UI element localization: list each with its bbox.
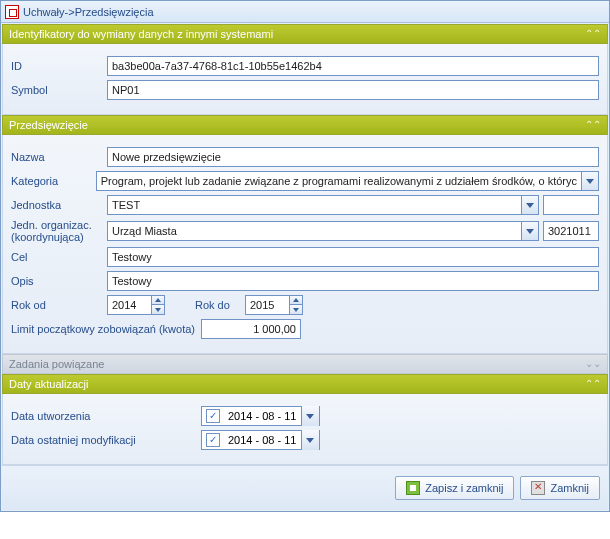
- label-kategoria: Kategoria: [11, 175, 96, 187]
- label-jedn-org: Jedn. organizac. (koordynująca): [11, 219, 107, 243]
- combo-jednostka[interactable]: TEST: [107, 195, 539, 215]
- section-body-przedsiewziecie: Nazwa Nowe przedsięwzięcie Kategoria Pro…: [2, 135, 608, 354]
- chevron-down-icon: [306, 438, 314, 443]
- date-utworzenia[interactable]: 2014 - 08 - 11: [201, 406, 320, 426]
- checkbox-date-modyfikacji[interactable]: [206, 433, 220, 447]
- input-symbol[interactable]: NP01: [107, 80, 599, 100]
- chevron-down-icon: [155, 308, 161, 312]
- checkbox-date-utworzenia[interactable]: [206, 409, 220, 423]
- collapse-icon: ⌃⌃: [585, 115, 601, 135]
- label-jednostka: Jednostka: [11, 199, 107, 211]
- spinner-rok-do[interactable]: 2015: [245, 295, 303, 315]
- app-icon: [5, 5, 19, 19]
- rok-od-down-button[interactable]: [151, 305, 165, 315]
- section-title-zadania: Zadania powiązane: [9, 354, 104, 374]
- section-title-daty: Daty aktualizacji: [9, 374, 88, 394]
- input-jedn-org-code[interactable]: 3021011: [543, 221, 599, 241]
- date-utworzenia-button[interactable]: [301, 406, 319, 426]
- input-rok-do[interactable]: 2015: [245, 295, 289, 315]
- chevron-down-icon: [306, 414, 314, 419]
- save-icon: [406, 481, 420, 495]
- input-opis[interactable]: Testowy: [107, 271, 599, 291]
- save-and-close-button[interactable]: Zapisz i zamknij: [395, 476, 514, 500]
- save-and-close-label: Zapisz i zamknij: [425, 482, 503, 494]
- combo-jedn-org-button[interactable]: [521, 221, 539, 241]
- combo-jednostka-button[interactable]: [521, 195, 539, 215]
- combo-kategoria[interactable]: Program, projekt lub zadanie związane z …: [96, 171, 599, 191]
- input-cel[interactable]: Testowy: [107, 247, 599, 267]
- date-utworzenia-value[interactable]: 2014 - 08 - 11: [224, 410, 301, 422]
- footer: Zapisz i zamknij Zamknij: [2, 465, 608, 510]
- date-modyfikacji-button[interactable]: [301, 430, 319, 450]
- chevron-up-icon: [155, 298, 161, 302]
- titlebar[interactable]: Uchwały->Przedsięwzięcia: [1, 1, 609, 23]
- rok-od-up-button[interactable]: [151, 295, 165, 305]
- chevron-down-icon: [526, 229, 534, 234]
- input-nazwa[interactable]: Nowe przedsięwzięcie: [107, 147, 599, 167]
- rok-do-up-button[interactable]: [289, 295, 303, 305]
- label-cel: Cel: [11, 251, 107, 263]
- section-header-identifiers[interactable]: Identyfikatory do wymiany danych z innym…: [2, 24, 608, 44]
- label-data-modyfikacji: Data ostatniej modyfikacji: [11, 434, 201, 446]
- section-body-identifiers: ID ba3be00a-7a37-4768-81c1-10b55e1462b4 …: [2, 44, 608, 115]
- close-button[interactable]: Zamknij: [520, 476, 600, 500]
- date-modyfikacji-value[interactable]: 2014 - 08 - 11: [224, 434, 301, 446]
- label-jedn-org-l2: (koordynująca): [11, 231, 107, 243]
- date-modyfikacji[interactable]: 2014 - 08 - 11: [201, 430, 320, 450]
- combo-jednostka-value[interactable]: TEST: [107, 195, 521, 215]
- label-rok-od: Rok od: [11, 299, 107, 311]
- section-title-identifiers: Identyfikatory do wymiany danych z innym…: [9, 24, 273, 44]
- section-header-daty[interactable]: Daty aktualizacji ⌃⌃: [2, 374, 608, 394]
- input-limit[interactable]: 1 000,00: [201, 319, 301, 339]
- label-id: ID: [11, 60, 107, 72]
- content: Identyfikatory do wymiany danych z innym…: [1, 23, 609, 511]
- close-icon: [531, 481, 545, 495]
- label-opis: Opis: [11, 275, 107, 287]
- spinner-rok-od[interactable]: 2014: [107, 295, 165, 315]
- label-jedn-org-l1: Jedn. organizac.: [11, 219, 107, 231]
- label-data-utworzenia: Data utworzenia: [11, 410, 201, 422]
- combo-kategoria-button[interactable]: [581, 171, 599, 191]
- combo-jedn-org[interactable]: Urząd Miasta: [107, 221, 539, 241]
- collapse-icon: ⌃⌃: [585, 374, 601, 394]
- input-id[interactable]: ba3be00a-7a37-4768-81c1-10b55e1462b4: [107, 56, 599, 76]
- window: Uchwały->Przedsięwzięcia Identyfikatory …: [0, 0, 610, 512]
- close-label: Zamknij: [550, 482, 589, 494]
- label-rok-do: Rok do: [195, 299, 245, 311]
- chevron-down-icon: [526, 203, 534, 208]
- label-nazwa: Nazwa: [11, 151, 107, 163]
- rok-do-down-button[interactable]: [289, 305, 303, 315]
- combo-kategoria-value[interactable]: Program, projekt lub zadanie związane z …: [96, 171, 581, 191]
- label-symbol: Symbol: [11, 84, 107, 96]
- section-body-daty: Data utworzenia 2014 - 08 - 11 Data osta…: [2, 394, 608, 465]
- chevron-up-icon: [293, 298, 299, 302]
- section-title-przedsiewziecie: Przedsięwzięcie: [9, 115, 88, 135]
- collapse-icon: ⌃⌃: [585, 24, 601, 44]
- combo-jedn-org-value[interactable]: Urząd Miasta: [107, 221, 521, 241]
- window-title: Uchwały->Przedsięwzięcia: [23, 1, 154, 23]
- input-jednostka-extra[interactable]: [543, 195, 599, 215]
- input-rok-od[interactable]: 2014: [107, 295, 151, 315]
- label-limit: Limit początkowy zobowiązań (kwota): [11, 323, 201, 335]
- section-header-przedsiewziecie[interactable]: Przedsięwzięcie ⌃⌃: [2, 115, 608, 135]
- expand-icon: ⌄⌄: [585, 354, 601, 374]
- chevron-down-icon: [293, 308, 299, 312]
- section-header-zadania[interactable]: Zadania powiązane ⌄⌄: [2, 354, 608, 374]
- chevron-down-icon: [586, 179, 594, 184]
